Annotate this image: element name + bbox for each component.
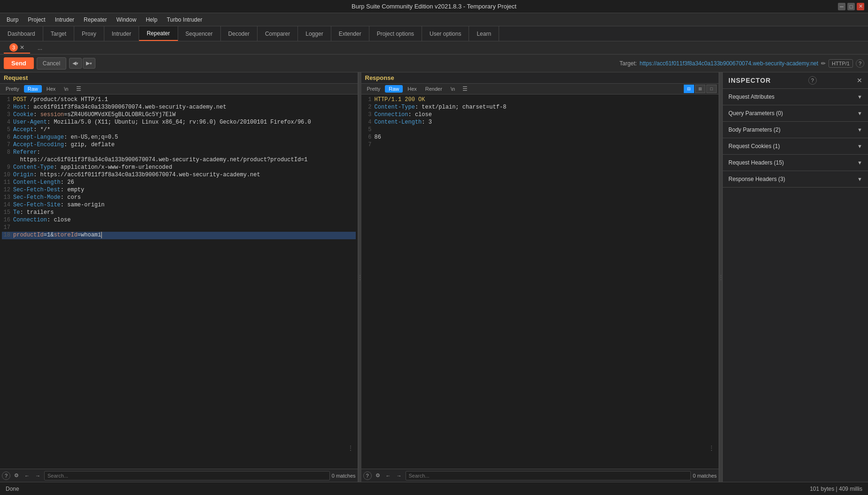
tab-user-options[interactable]: User options bbox=[422, 26, 469, 41]
inspector-help-icon[interactable]: ? bbox=[808, 76, 817, 85]
repeater-tab-3[interactable]: 3 ✕ bbox=[4, 42, 30, 54]
help-icon[interactable]: ? bbox=[856, 59, 864, 68]
titlebar: Burp Suite Community Edition v2021.8.3 -… bbox=[0, 0, 868, 13]
request-editor[interactable]: 1 POST /product/stock HTTP/1.1 2 Host: a… bbox=[0, 94, 358, 469]
tab-intruder[interactable]: Intruder bbox=[104, 26, 139, 41]
request-attributes-chevron-icon: ▼ bbox=[857, 94, 862, 100]
req-resize-handle[interactable]: ⋮ bbox=[347, 444, 354, 452]
tab-project-options[interactable]: Project options bbox=[369, 26, 422, 41]
req-line-11: 11 Content-Length: 26 bbox=[2, 179, 356, 187]
req-line-8b: https://acc61f011f3f8a34c0a133b900670074… bbox=[2, 157, 356, 164]
inspector-section-response-headers: Response Headers (3) ▼ bbox=[723, 171, 868, 188]
send-button[interactable]: Send bbox=[4, 57, 34, 69]
req-tab-hex[interactable]: Hex bbox=[43, 85, 60, 93]
tab-repeater[interactable]: Repeater bbox=[139, 26, 178, 41]
view-split-horizontal[interactable]: ⊟ bbox=[684, 85, 694, 93]
req-search-next-icon[interactable]: → bbox=[33, 472, 42, 479]
inspector-section-request-headers: Request Headers (15) ▼ bbox=[723, 155, 868, 171]
tab-target[interactable]: Target bbox=[43, 26, 74, 41]
view-single[interactable]: □ bbox=[706, 85, 717, 93]
tab-decoder[interactable]: Decoder bbox=[221, 26, 258, 41]
res-search-settings-icon[interactable]: ⚙ bbox=[374, 471, 382, 479]
inspector-section-query-params-header[interactable]: Query Parameters (0) ▼ bbox=[723, 105, 868, 121]
req-line-2: 2 Host: acc61f011f3f8a34c0a133b900670074… bbox=[2, 104, 356, 111]
req-line-10: 10 Origin: https://acc61f011f3f8a34c0a13… bbox=[2, 172, 356, 179]
menubar: Burp Project Intruder Repeater Window He… bbox=[0, 13, 868, 26]
main-tabbar: Dashboard Target Proxy Intruder Repeater… bbox=[0, 26, 868, 41]
tab-logger[interactable]: Logger bbox=[298, 26, 331, 41]
tab-comparer[interactable]: Comparer bbox=[258, 26, 298, 41]
req-tab-raw[interactable]: Raw bbox=[24, 85, 42, 93]
request-label: Request bbox=[4, 74, 28, 81]
menu-burp[interactable]: Burp bbox=[2, 15, 23, 24]
http-version-badge[interactable]: HTTP/1 bbox=[829, 59, 853, 68]
inspector-request-cookies-label: Request Cookies (1) bbox=[728, 143, 780, 149]
request-search-input[interactable] bbox=[44, 471, 330, 480]
res-search-next-icon[interactable]: → bbox=[395, 472, 404, 479]
res-search-help-icon[interactable]: ? bbox=[363, 471, 372, 480]
menu-project[interactable]: Project bbox=[23, 15, 50, 24]
tab-extender[interactable]: Extender bbox=[331, 26, 369, 41]
req-tab-pretty[interactable]: Pretty bbox=[2, 85, 23, 93]
target-label: Target: bbox=[619, 60, 637, 67]
request-panel-tabs: Pretty Raw Hex \n ☰ bbox=[0, 84, 358, 94]
response-panel-header: Response bbox=[361, 72, 719, 84]
response-search-input[interactable] bbox=[406, 471, 691, 480]
res-tab-pretty[interactable]: Pretty bbox=[363, 85, 384, 93]
restore-button[interactable]: □ bbox=[847, 3, 855, 10]
inspector-section-request-attributes: Request Attributes ▼ bbox=[723, 89, 868, 105]
repeater-tab-close[interactable]: ✕ bbox=[20, 44, 24, 51]
menu-window[interactable]: Window bbox=[111, 15, 141, 24]
statusbar: Done 101 bytes | 409 millis bbox=[0, 482, 868, 495]
res-search-prev-icon[interactable]: ← bbox=[384, 472, 393, 479]
status-right: 101 bytes | 409 millis bbox=[810, 486, 862, 492]
menu-repeater[interactable]: Repeater bbox=[79, 15, 111, 24]
tab-learn[interactable]: Learn bbox=[469, 26, 499, 41]
res-tab-menu-icon[interactable]: ☰ bbox=[460, 85, 470, 93]
inspector-section-body-params-header[interactable]: Body Parameters (2) ▼ bbox=[723, 122, 868, 138]
req-line-14: 14 Sec-Fetch-Site: same-origin bbox=[2, 202, 356, 209]
res-tab-render[interactable]: Render bbox=[422, 85, 446, 93]
inspector-body-params-label: Body Parameters (2) bbox=[728, 126, 781, 133]
inspector-close-icon[interactable]: ✕ bbox=[857, 77, 862, 84]
target-url[interactable]: https://acc61f011f3f8a34c0a133b900670074… bbox=[640, 60, 818, 67]
nav-next-button[interactable]: ▶▾ bbox=[83, 58, 95, 69]
req-search-prev-icon[interactable]: ← bbox=[23, 472, 31, 479]
inspector-section-response-headers-header[interactable]: Response Headers (3) ▼ bbox=[723, 171, 868, 187]
repeater-tab-new[interactable]: ... bbox=[32, 44, 48, 52]
target-info: Target: https://acc61f011f3f8a34c0a133b9… bbox=[619, 59, 864, 68]
close-button[interactable]: ✕ bbox=[857, 3, 864, 10]
inspector-section-request-attributes-header[interactable]: Request Attributes ▼ bbox=[723, 89, 868, 105]
res-resize-handle[interactable]: ⋮ bbox=[708, 444, 715, 452]
inspector-request-attributes-label: Request Attributes bbox=[728, 94, 774, 100]
view-split-vertical[interactable]: ⊞ bbox=[695, 85, 705, 93]
res-tab-raw[interactable]: Raw bbox=[385, 85, 403, 93]
req-line-12: 12 Sec-Fetch-Dest: empty bbox=[2, 187, 356, 194]
inspector-panel: INSPECTOR ? ✕ Request Attributes ▼ Query… bbox=[722, 72, 868, 482]
menu-turbo-intruder[interactable]: Turbo Intruder bbox=[162, 15, 207, 24]
inspector-section-request-headers-header[interactable]: Request Headers (15) ▼ bbox=[723, 155, 868, 171]
res-tab-newline[interactable]: \n bbox=[447, 85, 459, 93]
req-tab-menu-icon[interactable]: ☰ bbox=[73, 85, 84, 93]
req-tab-newline[interactable]: \n bbox=[60, 85, 72, 93]
request-matches-label: 0 matches bbox=[332, 473, 356, 479]
request-panel: Request Pretty Raw Hex \n ☰ 1 POST /prod… bbox=[0, 72, 359, 482]
tab-sequencer[interactable]: Sequencer bbox=[178, 26, 221, 41]
req-line-17: 17 bbox=[2, 224, 356, 232]
edit-icon[interactable]: ✏ bbox=[821, 60, 826, 67]
menu-intruder[interactable]: Intruder bbox=[50, 15, 79, 24]
tab-dashboard[interactable]: Dashboard bbox=[0, 26, 43, 41]
inspector-section-request-cookies-header[interactable]: Request Cookies (1) ▼ bbox=[723, 138, 868, 154]
inspector-response-headers-label: Response Headers (3) bbox=[728, 176, 785, 182]
response-label: Response bbox=[365, 74, 394, 81]
res-line-6: 6 86 bbox=[363, 134, 717, 141]
cancel-button[interactable]: Cancel bbox=[37, 57, 66, 70]
nav-prev-button[interactable]: ◀▾ bbox=[69, 58, 82, 69]
req-search-help-icon[interactable]: ? bbox=[2, 471, 10, 480]
response-editor[interactable]: 1 HTTP/1.1 200 OK 2 Content-Type: text/p… bbox=[361, 94, 719, 469]
req-search-settings-icon[interactable]: ⚙ bbox=[12, 471, 21, 479]
tab-proxy[interactable]: Proxy bbox=[74, 26, 104, 41]
res-tab-hex[interactable]: Hex bbox=[404, 85, 421, 93]
minimize-button[interactable]: ─ bbox=[838, 3, 845, 10]
menu-help[interactable]: Help bbox=[141, 15, 162, 24]
